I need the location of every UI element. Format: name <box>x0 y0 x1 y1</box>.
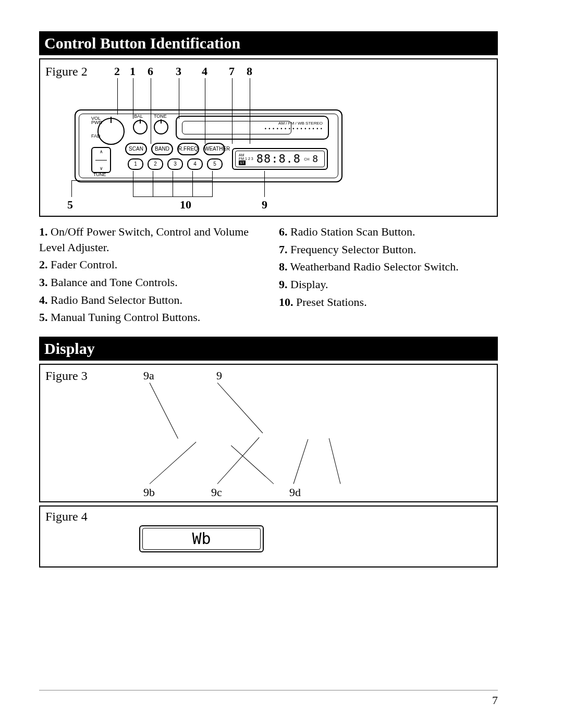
leader-line <box>231 446 274 484</box>
legend-num: 7. <box>279 243 288 256</box>
fig3-label-9b: 9b <box>143 486 155 499</box>
figure-2-box: Figure 2 2 1 6 3 4 7 8 VOL PWR FAD BAL T… <box>39 58 498 217</box>
lcd-am: AM <box>239 153 253 157</box>
legend-num: 6. <box>279 225 288 238</box>
lcd-display-wb: Wb <box>139 525 264 552</box>
leader-line <box>173 171 173 197</box>
lcd-freq: 88:8.8 <box>256 153 301 165</box>
fig3-label-9a: 9a <box>143 369 154 382</box>
legend-text: Manual Tuning Control Buttons. <box>51 311 200 324</box>
preset-5-button[interactable]: 5 <box>207 158 223 170</box>
section-heading-display: Display <box>39 337 498 361</box>
lcd-ch-num: 8 <box>312 154 319 164</box>
fad-label: FAD <box>91 133 101 139</box>
callout-10: 10 <box>180 198 191 212</box>
callout-8: 8 <box>247 65 252 78</box>
bal-label: BAL <box>134 114 143 119</box>
legend-text: Balance and Tone Controls. <box>51 276 178 289</box>
lcd-st: ST <box>239 161 246 165</box>
pwr-label: PWR <box>91 120 102 125</box>
tone-knob[interactable] <box>154 120 168 134</box>
fig3-label-9c: 9c <box>211 486 222 499</box>
legend-text: Preset Stations. <box>296 295 367 309</box>
figure-2-label: Figure 2 <box>45 65 88 79</box>
legend-num: 2. <box>39 258 48 271</box>
lcd-preset-indicator: 1 2 3 <box>245 157 253 161</box>
radio-faceplate: VOL PWR FAD BAL TONE AM / FM / WB STEREO… <box>75 109 342 182</box>
leader-line <box>153 171 153 197</box>
leader-line <box>217 437 260 484</box>
lcd-display: AM FM 1 2 3 ST 88:8.8 CH 8 <box>232 148 328 170</box>
weather-button[interactable]: WEATHER <box>203 143 225 155</box>
cassette-slot[interactable]: AM / FM / WB STEREO • • • • • • • • • • … <box>176 116 329 140</box>
figure-3-label: Figure 3 <box>45 369 88 383</box>
lcd-wb-text: Wb <box>192 531 211 547</box>
callout-3: 3 <box>176 65 181 78</box>
tune-label: TUNE <box>93 172 106 177</box>
legend-num: 3. <box>39 276 48 289</box>
leader-line <box>212 171 213 197</box>
legend-num: 8. <box>279 260 288 273</box>
figure-3-box: Figure 3 9a 9 9b 9c 9d <box>39 364 498 502</box>
controls-legend: 1. On/Off Power Switch, Control and Volu… <box>39 224 498 327</box>
slot-stereo-label: AM / FM / WB STEREO <box>278 121 323 126</box>
legend-text: On/Off Power Switch, Control and Volume … <box>39 225 249 254</box>
leader-line <box>150 382 178 438</box>
legend-num: 10. <box>279 295 293 309</box>
balance-knob[interactable] <box>133 120 148 134</box>
band-button[interactable]: BAND <box>151 143 173 155</box>
leader-line <box>133 196 212 197</box>
preset-2-button[interactable]: 2 <box>148 158 163 170</box>
tone-label: TONE <box>154 114 167 119</box>
legend-text: Frequency Selector Button. <box>290 243 416 256</box>
legend-text: Radio Band Selector Button. <box>51 293 182 306</box>
callout-1: 1 <box>130 65 136 78</box>
legend-num: 1. <box>39 225 48 238</box>
callout-5: 5 <box>67 198 73 212</box>
leader-line <box>217 382 263 433</box>
scan-button[interactable]: SCAN <box>125 143 147 155</box>
legend-text: Display. <box>290 278 328 291</box>
fig3-label-9: 9 <box>216 369 222 382</box>
section-heading-controls: Control Button Identification <box>39 31 498 55</box>
figure-4-label: Figure 4 <box>45 510 88 524</box>
leader-line <box>150 442 197 484</box>
legend-num: 4. <box>39 293 48 306</box>
legend-num: 9. <box>279 278 288 291</box>
preset-1-button[interactable]: 1 <box>128 158 143 170</box>
legend-num: 5. <box>39 311 48 324</box>
leader-line <box>192 171 193 197</box>
callout-4: 4 <box>202 65 207 78</box>
leader-line <box>264 171 265 197</box>
leader-line <box>293 439 309 484</box>
leader-line <box>329 438 341 484</box>
figure-4-box: Figure 4 Wb <box>39 505 498 567</box>
leader-line <box>71 180 212 181</box>
legend-text: Radio Station Scan Button. <box>290 225 415 238</box>
page-number: 7 <box>39 690 498 707</box>
callout-2: 2 <box>114 65 120 78</box>
lcd-fm: FM <box>239 157 244 161</box>
rfreq-button[interactable]: R.FREQ <box>177 143 199 155</box>
leader-line <box>71 180 72 197</box>
legend-text: Fader Control. <box>51 258 117 271</box>
preset-4-button[interactable]: 4 <box>187 158 203 170</box>
callout-6: 6 <box>148 65 153 78</box>
callout-9: 9 <box>262 198 267 212</box>
leader-line <box>133 171 133 197</box>
tune-rocker[interactable]: ∧ ∨ <box>91 147 111 173</box>
legend-text: Weatherband Radio Selector Switch. <box>290 260 459 273</box>
callout-7: 7 <box>229 65 235 78</box>
fig3-label-9d: 9d <box>289 486 301 499</box>
preset-3-button[interactable]: 3 <box>167 158 183 170</box>
lcd-ch-label: CH <box>304 157 309 161</box>
